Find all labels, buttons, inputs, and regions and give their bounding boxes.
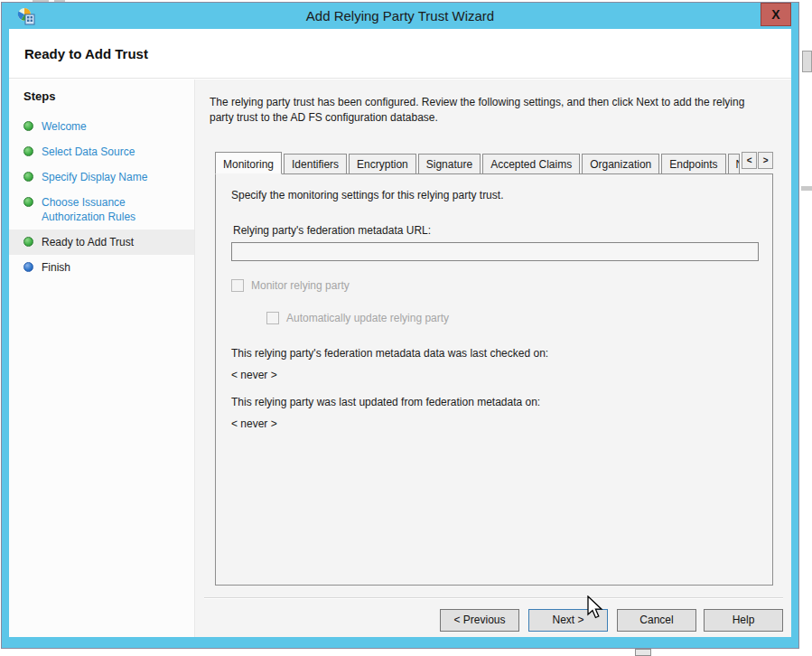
mouse-cursor: [587, 595, 605, 621]
tab-notes-truncated[interactable]: N: [728, 154, 741, 173]
step-pending-icon: [23, 262, 33, 272]
auto-update-label: Automatically update relying party: [286, 312, 449, 324]
monitor-relying-party-label: Monitor relying party: [251, 279, 350, 292]
last-updated-value: < never >: [231, 417, 277, 430]
tab-accepted-claims[interactable]: Accepted Claims: [482, 154, 580, 173]
auto-update-checkbox-row[interactable]: Automatically update relying party: [266, 312, 449, 324]
monitoring-tab-panel: Specify the monitoring settings for this…: [215, 173, 773, 586]
tab-scroll-left-button[interactable]: <: [742, 152, 757, 169]
tab-scroll-right-button[interactable]: >: [758, 152, 773, 169]
step-finish: Finish: [9, 255, 194, 280]
background-artifact: [635, 649, 651, 656]
window-title: Add Relying Party Trust Wizard: [2, 8, 798, 23]
previous-button[interactable]: < Previous: [440, 609, 519, 632]
step-ready-to-add-trust[interactable]: Ready to Add Trust: [9, 230, 194, 255]
background-artifact: [801, 186, 812, 191]
step-completed-icon: [23, 172, 33, 182]
title-bar[interactable]: Add Relying Party Trust Wizard X: [2, 3, 798, 29]
tab-encryption[interactable]: Encryption: [349, 154, 416, 173]
step-completed-icon: [23, 197, 33, 207]
tab-strip: Monitoring Identifiers Encryption Signat…: [215, 151, 773, 173]
last-checked-label: This relying party's federation metadata…: [231, 347, 548, 360]
tab-organization[interactable]: Organization: [582, 154, 659, 173]
close-button[interactable]: X: [761, 3, 791, 26]
step-completed-icon: [23, 146, 33, 156]
step-select-data-source[interactable]: Select Data Source: [9, 139, 194, 164]
wizard-buttons: < Previous Next > Cancel Help: [440, 609, 783, 632]
last-updated-label: This relying party was last updated from…: [231, 396, 540, 408]
steps-sidebar: Steps Welcome Select Data Source Specify…: [9, 80, 195, 637]
tab-signature[interactable]: Signature: [418, 154, 481, 173]
metadata-url-label: Relying party's federation metadata URL:: [233, 224, 431, 237]
tab-monitoring[interactable]: Monitoring: [215, 152, 282, 174]
background-artifact: [802, 51, 812, 72]
auto-update-checkbox[interactable]: [266, 312, 279, 324]
wizard-header: Ready to Add Trust: [9, 29, 791, 79]
help-button[interactable]: Help: [704, 609, 783, 632]
intro-text: The relying party trust has been configu…: [210, 95, 766, 126]
last-checked-value: < never >: [231, 369, 277, 381]
footer-divider: [204, 597, 783, 599]
step-completed-icon: [23, 121, 33, 131]
tab-identifiers[interactable]: Identifiers: [284, 154, 347, 173]
content-pane: The relying party trust has been configu…: [195, 80, 791, 637]
wizard-dialog: Add Relying Party Trust Wizard X Ready t…: [1, 2, 799, 649]
monitor-relying-party-checkbox[interactable]: [231, 279, 244, 292]
step-choose-issuance-authorization-rules[interactable]: Choose Issuance Authorization Rules: [9, 190, 194, 230]
cancel-button[interactable]: Cancel: [617, 609, 696, 632]
steps-heading: Steps: [9, 89, 194, 114]
page-title: Ready to Add Trust: [24, 46, 791, 61]
step-specify-display-name[interactable]: Specify Display Name: [9, 164, 194, 190]
step-welcome[interactable]: Welcome: [9, 114, 194, 139]
monitoring-instruction: Specify the monitoring settings for this…: [231, 189, 503, 201]
tab-endpoints[interactable]: Endpoints: [661, 154, 725, 173]
step-completed-icon: [23, 237, 33, 247]
monitor-relying-party-checkbox-row[interactable]: Monitor relying party: [231, 279, 350, 292]
metadata-url-input[interactable]: [231, 242, 759, 261]
